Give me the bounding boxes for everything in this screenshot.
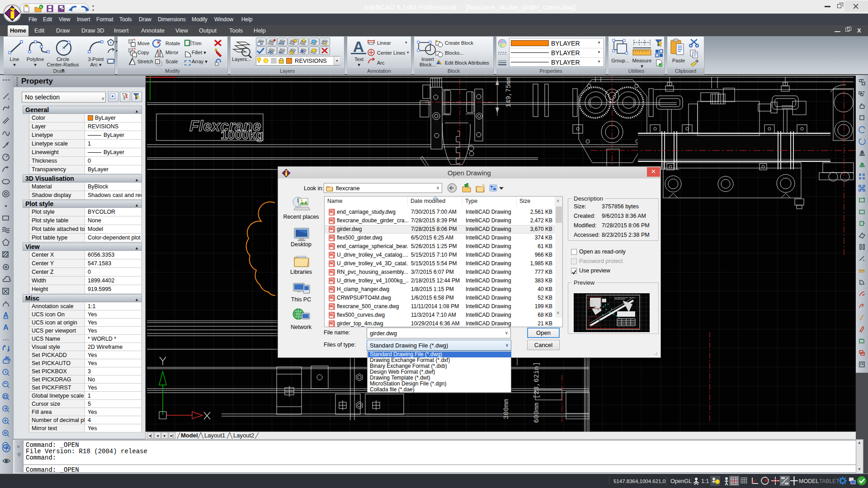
svg-text:A: A xyxy=(3,311,9,319)
svg-text:600mm [23,62in]: 600mm [23,62in] xyxy=(533,362,541,423)
svg-text:149,75mm: 149,75mm xyxy=(505,77,512,107)
svg-text:A: A xyxy=(3,324,9,331)
svg-text:1000kg: 1000kg xyxy=(221,128,264,142)
svg-text:300mm: 300mm xyxy=(503,399,510,419)
